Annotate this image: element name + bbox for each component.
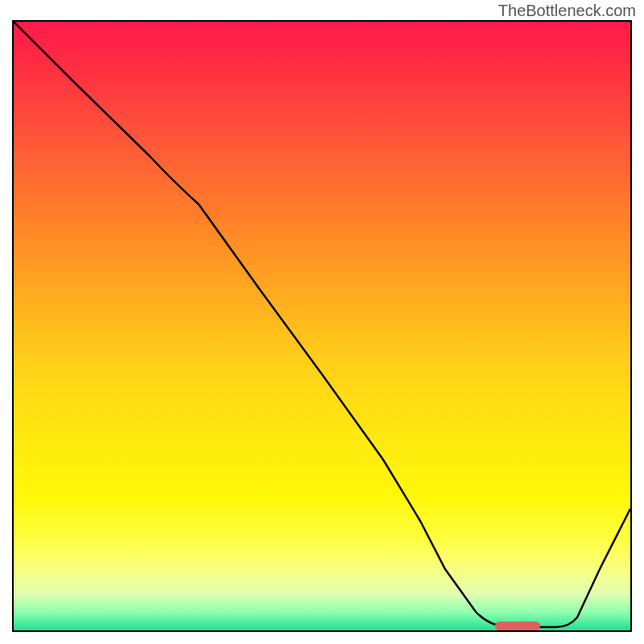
optimal-range-marker <box>495 621 540 630</box>
chart-svg <box>14 22 630 630</box>
bottleneck-curve-path <box>14 22 630 627</box>
bottleneck-chart <box>12 20 632 632</box>
watermark-text: TheBottleneck.com <box>498 2 636 20</box>
